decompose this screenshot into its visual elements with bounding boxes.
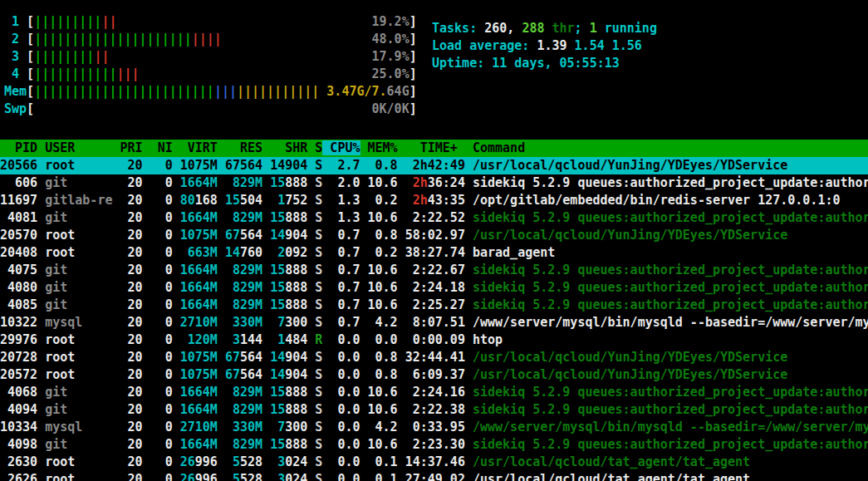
- process-row[interactable]: 2630 root 20 0 26996 5528 3024 S 0.0 0.1…: [0, 454, 868, 471]
- process-ni: 0: [150, 158, 173, 173]
- cpu3-meter-value: 17.9%: [372, 49, 409, 64]
- process-user: mysql: [45, 315, 112, 330]
- process-mem-percent: 0.8: [368, 228, 398, 243]
- process-user: git: [45, 385, 112, 400]
- swap-meter: Swp[ 0K/0K]: [4, 101, 417, 118]
- process-user: mysql: [45, 420, 112, 434]
- column-header-pri[interactable]: PRI: [120, 140, 150, 155]
- column-header-ni[interactable]: NI: [150, 140, 180, 155]
- process-row[interactable]: 4098 git 20 0 1664M 829M 15888 S 0.0 10.…: [0, 436, 868, 454]
- process-command: /www/server/mysql/bin/mysqld --basedir=/…: [473, 420, 868, 434]
- column-header-state[interactable]: S: [315, 140, 322, 155]
- tasks-summary: Tasks: 260, 288 thr; 1 running: [432, 20, 657, 37]
- process-state: S: [315, 420, 322, 434]
- load-average: Load average: 1.39 1.54 1.56: [432, 37, 657, 55]
- process-cpu-percent: 0.7: [330, 263, 360, 277]
- column-header-res[interactable]: RES: [225, 140, 270, 155]
- column-header-time[interactable]: TIME+: [398, 140, 465, 155]
- process-row[interactable]: 2626 root 20 0 26996 5528 3024 S 0.0 0.1…: [0, 471, 868, 481]
- process-row[interactable]: 20408 root 20 0 663M 14760 2092 S 0.7 0.…: [0, 244, 868, 262]
- column-header-cpu-sort-active[interactable]: CPU%: [322, 140, 360, 155]
- process-state: S: [315, 193, 322, 208]
- process-ni: 0: [150, 175, 173, 190]
- process-pri: 20: [120, 193, 143, 208]
- process-user: root: [45, 245, 112, 260]
- process-user: git: [45, 402, 112, 417]
- process-pri: 20: [120, 472, 143, 481]
- process-cpu-percent: 2.7: [330, 158, 360, 173]
- process-mem-percent: 0.2: [368, 193, 398, 208]
- running-count: 1: [590, 21, 597, 36]
- column-header-mem[interactable]: MEM%: [360, 140, 398, 155]
- process-mem-percent: 10.6: [368, 210, 398, 225]
- process-row[interactable]: 4085 git 20 0 1664M 829M 15888 S 0.7 10.…: [0, 297, 868, 314]
- process-user: root: [45, 350, 112, 365]
- process-state: S: [315, 175, 322, 190]
- process-pri: 20: [120, 245, 143, 260]
- process-user: git: [45, 210, 112, 225]
- process-row[interactable]: 4080 git 20 0 1664M 829M 15888 S 0.7 10.…: [0, 279, 868, 297]
- process-pri: 20: [120, 175, 143, 190]
- process-pid: 29976: [0, 332, 37, 347]
- process-row[interactable]: 4075 git 20 0 1664M 829M 15888 S 0.7 10.…: [0, 262, 868, 279]
- process-row[interactable]: 11697 gitlab-re 20 0 80168 15504 1752 S …: [0, 192, 868, 209]
- process-ni: 0: [150, 315, 173, 330]
- cpu2-meter-value: 48.0%: [372, 32, 409, 47]
- process-row[interactable]: 20572 root 20 0 1075M 67564 14904 S 0.0 …: [0, 366, 868, 384]
- process-row[interactable]: 4081 git 20 0 1664M 829M 15888 S 1.3 10.…: [0, 209, 868, 227]
- process-row[interactable]: 10334 mysql 20 0 2710M 330M 7300 S 0.0 4…: [0, 419, 868, 436]
- process-mem-percent: 0.1: [368, 454, 398, 469]
- column-header-shr[interactable]: SHR: [270, 140, 315, 155]
- process-cpu-percent: 0.0: [330, 367, 360, 382]
- process-row[interactable]: 29976 root 20 0 120M 3144 1484 R 0.0 0.0…: [0, 331, 868, 349]
- process-user: root: [45, 367, 112, 382]
- process-mem-percent: 10.6: [368, 385, 398, 400]
- load-average-rest: 1.54 1.56: [567, 38, 642, 53]
- column-header-pid[interactable]: PID: [0, 140, 45, 155]
- process-cpu-percent: 1.3: [330, 193, 360, 208]
- process-pid: 20566: [0, 158, 37, 173]
- memory-meter-value: 3.47G/7.: [326, 84, 386, 99]
- process-mem-percent: 10.6: [368, 280, 398, 295]
- process-pid: 20572: [0, 367, 37, 382]
- uptime-value: 11 days, 05:55:13: [492, 56, 620, 71]
- process-row[interactable]: 4094 git 20 0 1664M 829M 15888 S 0.0 10.…: [0, 401, 868, 419]
- column-header-command[interactable]: Command: [465, 140, 525, 155]
- process-cpu-percent: 0.0: [330, 350, 360, 365]
- process-pid: 10334: [0, 420, 37, 434]
- swap-meter-value: 0K/0K: [372, 101, 409, 116]
- process-state: S: [315, 350, 322, 365]
- process-pid: 2626: [0, 472, 37, 481]
- process-ni: 0: [150, 245, 173, 260]
- process-mem-percent: 0.8: [368, 350, 398, 365]
- process-row[interactable]: 20570 root 20 0 1075M 67564 14904 S 0.7 …: [0, 227, 868, 244]
- process-command: sidekiq 5.2.9 queues:authorized_project_…: [473, 385, 868, 400]
- process-command: sidekiq 5.2.9 queues:authorized_project_…: [473, 175, 868, 190]
- process-ni: 0: [150, 367, 173, 382]
- memory-meter: Mem[||||||||||||||||||||||||||||||||||||…: [4, 83, 417, 101]
- process-command: /usr/local/qcloud/tat_agent/tat_agent: [473, 472, 750, 481]
- process-row[interactable]: 4068 git 20 0 1664M 829M 15888 S 0.0 10.…: [0, 384, 868, 401]
- process-row[interactable]: 606 git 20 0 1664M 829M 15888 S 2.0 10.6…: [0, 174, 868, 192]
- cpu4-meter-value: 25.0%: [372, 66, 409, 81]
- process-user: root: [45, 228, 112, 243]
- process-user: root: [45, 454, 112, 469]
- process-cpu-percent: 1.3: [330, 210, 360, 225]
- process-mem-percent: 0.8: [368, 367, 398, 382]
- column-header-virt[interactable]: VIRT: [180, 140, 225, 155]
- process-cpu-percent: 0.0: [330, 454, 360, 469]
- process-command: /usr/local/qcloud/tat_agent/tat_agent: [473, 454, 750, 469]
- process-pid: 10322: [0, 315, 37, 330]
- process-row[interactable]: 20728 root 20 0 1075M 67564 14904 S 0.0 …: [0, 349, 868, 366]
- process-mem-percent: 0.2: [368, 245, 398, 260]
- process-user: gitlab-re: [45, 193, 112, 208]
- swap-meter-label: Swp: [4, 101, 27, 116]
- process-ni: 0: [150, 454, 173, 469]
- process-cpu-percent: 0.0: [330, 472, 360, 481]
- process-state: S: [315, 367, 322, 382]
- column-header-user[interactable]: USER: [45, 140, 120, 155]
- process-row[interactable]: 10322 mysql 20 0 2710M 330M 7300 S 0.7 4…: [0, 314, 868, 331]
- process-user: root: [45, 332, 112, 347]
- process-row-selected[interactable]: 20566 root 20 0 1075M 67564 14904 S 2.7 …: [0, 157, 868, 174]
- load-average-label: Load average:: [432, 38, 537, 53]
